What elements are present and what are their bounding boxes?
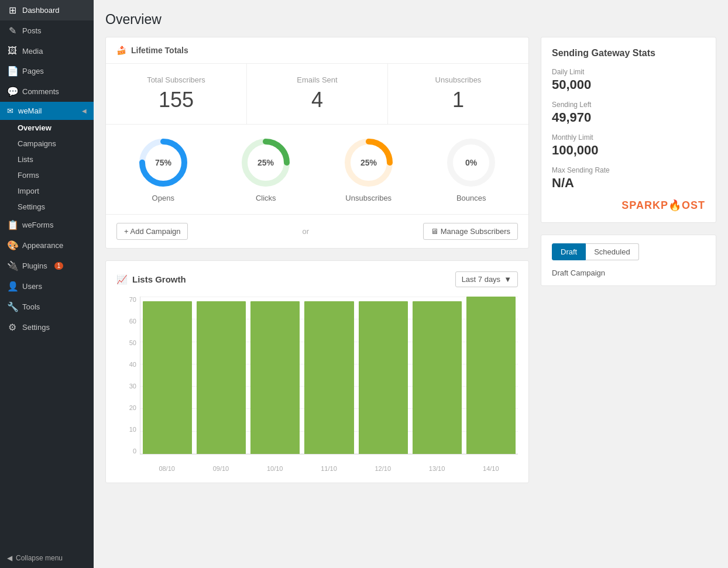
donut-label-3: Bounces	[456, 194, 486, 202]
sidebar-item-overview[interactable]: Overview	[0, 120, 94, 136]
daily-limit-stat: Daily Limit 50,000	[552, 68, 705, 92]
sidebar-item-appearance[interactable]: 🎨 Appearance	[0, 235, 94, 256]
wemail-arrow-icon: ◀	[82, 108, 87, 114]
donut-charts-row: 75% Opens 25% Clicks 25% Unsubscribes 0%	[106, 125, 528, 214]
settings-icon: ⚙	[7, 322, 18, 333]
bar	[304, 301, 353, 454]
tab-scheduled[interactable]: Scheduled	[586, 243, 638, 260]
svg-text:0%: 0%	[465, 158, 478, 167]
donut-label-2: Unsubscribes	[345, 194, 392, 202]
x-labels: 08/1009/1010/1011/1012/1013/1014/10	[140, 465, 518, 472]
sidebar-item-settings[interactable]: ⚙ Settings	[0, 317, 94, 338]
sidebar-item-comments[interactable]: 💬 Comments	[0, 81, 94, 102]
daily-limit-value: 50,000	[552, 77, 705, 92]
chart-header: 📈 Lists Growth Last 7 days ▼	[116, 271, 518, 287]
bar	[466, 297, 516, 454]
svg-text:25%: 25%	[360, 158, 377, 167]
add-campaign-button[interactable]: + Add Campaign	[116, 223, 188, 240]
donut-opens: 75% Opens	[112, 136, 215, 202]
max-sending-rate-value: N/A	[552, 175, 705, 191]
y-label: 20	[116, 405, 140, 411]
media-icon: 🖼	[7, 46, 18, 56]
dashboard-icon: ⊞	[7, 5, 18, 16]
bars-area	[140, 297, 518, 455]
x-label: 09/10	[194, 465, 248, 472]
collapse-icon: ◀	[7, 554, 12, 562]
main-content: Overview 🍰 Lifetime Totals Total Subscri…	[94, 0, 728, 568]
comments-icon: 💬	[7, 86, 18, 97]
max-sending-rate-label: Max Sending Rate	[552, 166, 705, 174]
sidebar-item-wemail[interactable]: ✉ weMail ◀	[0, 102, 94, 120]
monthly-limit-value: 100,000	[552, 143, 705, 158]
appearance-icon: 🎨	[7, 240, 18, 251]
sending-left-label: Sending Left	[552, 101, 705, 109]
sidebar-item-pages[interactable]: 📄 Pages	[0, 61, 94, 81]
sparkpost-logo: SPARKP🔥OST	[552, 199, 705, 212]
y-label: 40	[116, 362, 140, 368]
monthly-limit-label: Monthly Limit	[552, 133, 705, 142]
dropdown-arrow-icon: ▼	[504, 275, 511, 284]
x-label: 08/10	[140, 465, 194, 472]
bar-wrapper	[248, 297, 302, 454]
y-label: 60	[116, 318, 140, 325]
donut-label-0: Opens	[152, 194, 174, 202]
chart-icon: 📈	[116, 274, 128, 285]
page-title: Overview	[105, 12, 716, 27]
y-axis: 010203040506070	[116, 297, 140, 455]
sidebar-item-import[interactable]: Import	[0, 183, 94, 199]
bar-wrapper	[140, 297, 194, 454]
sidebar-item-plugins[interactable]: 🔌 Plugins 1	[0, 256, 94, 276]
sidebar-item-campaigns[interactable]: Campaigns	[0, 136, 94, 152]
bar	[197, 301, 246, 454]
emails-sent-value: 4	[253, 88, 382, 112]
sidebar-item-dashboard[interactable]: ⊞ Dashboard	[0, 0, 94, 20]
lifetime-totals-card: 🍰 Lifetime Totals Total Subscribers 155 …	[105, 37, 529, 249]
donut-svg-3: 0%	[445, 136, 497, 189]
gateway-stats-card: Sending Gateway Stats Daily Limit 50,000…	[541, 37, 716, 223]
daily-limit-label: Daily Limit	[552, 68, 705, 76]
chart-title: 📈 Lists Growth	[116, 274, 186, 285]
sidebar-item-tools[interactable]: 🔧 Tools	[0, 297, 94, 317]
monthly-limit-stat: Monthly Limit 100,000	[552, 133, 705, 158]
wemail-submenu: Overview Campaigns Lists Forms Import Se…	[0, 120, 94, 215]
collapse-menu-button[interactable]: ◀ Collapse menu	[0, 548, 94, 568]
wemail-icon: ✉	[7, 106, 13, 115]
svg-text:75%: 75%	[155, 158, 172, 167]
sidebar-item-users[interactable]: 👤 Users	[0, 276, 94, 297]
sidebar-item-lists[interactable]: Lists	[0, 152, 94, 167]
manage-subscribers-button[interactable]: 🖥 Manage Subscribers	[423, 223, 518, 240]
bar-wrapper	[194, 297, 248, 454]
sidebar-item-weforms[interactable]: 📋 weForms	[0, 215, 94, 235]
sidebar-item-wemail-settings[interactable]: Settings	[0, 199, 94, 215]
y-label: 70	[116, 297, 140, 303]
emails-sent-label: Emails Sent	[253, 75, 382, 84]
bar-wrapper	[464, 297, 518, 454]
sidebar-item-posts[interactable]: ✎ Posts	[0, 20, 94, 41]
bar	[413, 301, 462, 454]
y-label: 50	[116, 340, 140, 346]
campaign-actions: + Add Campaign or 🖥 Manage Subscribers	[106, 214, 528, 248]
donut-svg-0: 75%	[137, 136, 190, 189]
bar	[359, 301, 408, 454]
unsubscribes-label: Unsubscribes	[394, 75, 523, 84]
plugins-icon: 🔌	[7, 260, 18, 271]
y-label: 30	[116, 383, 140, 390]
unsubscribes-value: 1	[394, 88, 523, 112]
sidebar-item-media[interactable]: 🖼 Media	[0, 41, 94, 61]
donut-svg-1: 25%	[239, 136, 292, 189]
x-label: 10/10	[248, 465, 302, 472]
sending-left-value: 49,970	[552, 110, 705, 125]
sidebar-item-forms[interactable]: Forms	[0, 167, 94, 183]
bar-wrapper	[356, 297, 410, 454]
lifetime-totals-header: 🍰 Lifetime Totals	[106, 37, 528, 64]
tab-draft[interactable]: Draft	[552, 243, 586, 260]
bar-chart: 01020304050607008/1009/1010/1011/1012/10…	[116, 297, 518, 472]
pie-icon: 🍰	[116, 46, 126, 55]
donut-bounces: 0% Bounces	[420, 136, 523, 202]
x-label: 14/10	[464, 465, 518, 472]
x-label: 11/10	[302, 465, 356, 472]
max-sending-rate-stat: Max Sending Rate N/A	[552, 166, 705, 191]
sparkpost-text: SPARKP	[621, 199, 668, 211]
donut-unsubscribes: 25% Unsubscribes	[317, 136, 420, 202]
chart-dropdown[interactable]: Last 7 days ▼	[455, 271, 518, 287]
